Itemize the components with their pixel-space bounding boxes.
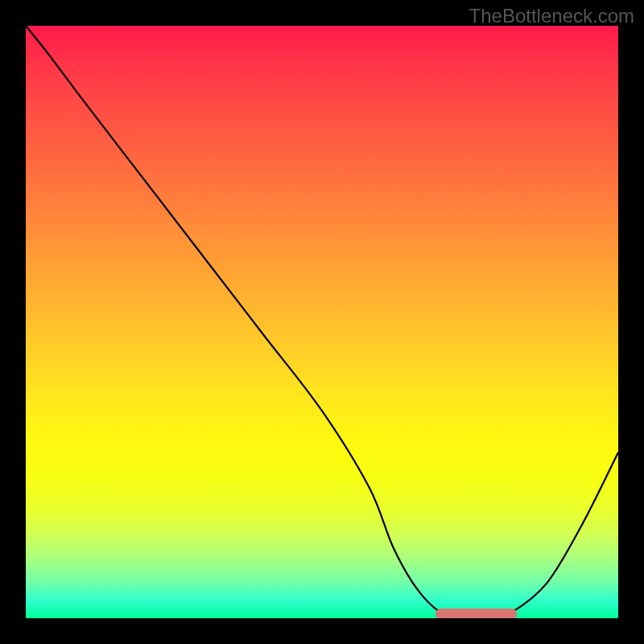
chart-plot-area bbox=[26, 26, 618, 618]
optimal-range-marker bbox=[436, 609, 516, 618]
watermark-text: TheBottleneck.com bbox=[469, 5, 634, 27]
bottleneck-curve bbox=[26, 26, 618, 618]
